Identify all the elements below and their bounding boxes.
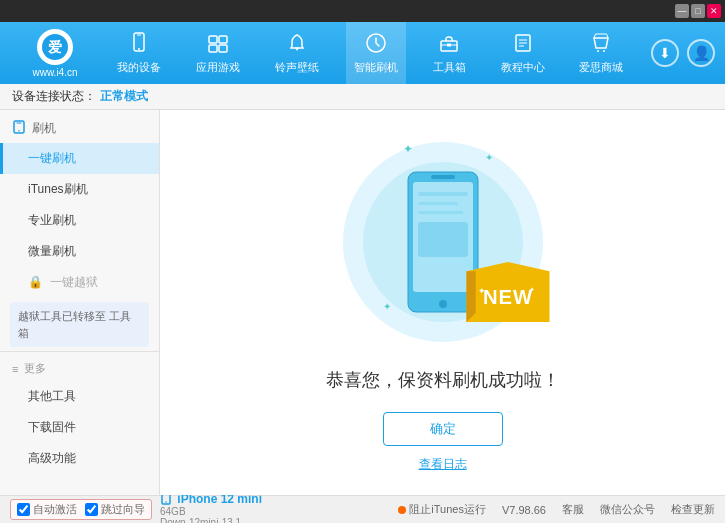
svg-rect-8 xyxy=(219,45,227,52)
sidebar-item-download-firmware[interactable]: 下载固件 xyxy=(0,412,159,443)
close-button[interactable]: ✕ xyxy=(707,4,721,18)
flash-section-icon xyxy=(12,120,26,137)
svg-point-27 xyxy=(439,300,447,308)
svg-rect-5 xyxy=(209,36,217,43)
smart-flash-icon xyxy=(365,32,387,56)
nav-toolbox[interactable]: 工具箱 xyxy=(425,22,474,84)
header-actions: ⬇ 👤 xyxy=(651,39,715,67)
auto-launch-checkbox[interactable]: 自动激活 xyxy=(17,502,77,517)
auto-launch-input[interactable] xyxy=(17,503,30,516)
skip-wizard-label: 跳过向导 xyxy=(101,502,145,517)
main-layout: 刷机 一键刷机 iTunes刷机 专业刷机 微量刷机 🔒 一键越狱 越狱工具已转… xyxy=(0,110,725,495)
svg-point-20 xyxy=(603,50,605,52)
bottom-bar: 自动激活 跳过向导 iPhone 12 mini 64GB Down-12min… xyxy=(0,495,725,523)
apps-games-icon xyxy=(207,32,229,56)
sidebar: 刷机 一键刷机 iTunes刷机 专业刷机 微量刷机 🔒 一键越狱 越狱工具已转… xyxy=(0,110,160,495)
sidebar-item-jailbreak-disabled: 🔒 一键越狱 xyxy=(0,267,159,298)
toolbox-icon xyxy=(438,32,460,56)
phone-illustration: ✦ ✦ ✦ NEW xyxy=(343,132,543,352)
svg-point-19 xyxy=(597,50,599,52)
check-update-link[interactable]: 检查更新 xyxy=(671,502,715,517)
view-log-link[interactable]: 查看日志 xyxy=(419,456,467,473)
sidebar-item-itunes-flash[interactable]: iTunes刷机 xyxy=(0,174,159,205)
nav-tutorials[interactable]: 教程中心 xyxy=(493,22,553,84)
svg-text:✦: ✦ xyxy=(529,285,535,294)
svg-rect-31 xyxy=(418,222,468,257)
sidebar-item-advanced[interactable]: 高级功能 xyxy=(0,443,159,474)
svg-text:爱: 爱 xyxy=(48,39,62,55)
sidebar-item-pro-flash[interactable]: 专业刷机 xyxy=(0,205,159,236)
download-button[interactable]: ⬇ xyxy=(651,39,679,67)
skip-wizard-checkbox[interactable]: 跳过向导 xyxy=(85,502,145,517)
nav-toolbox-label: 工具箱 xyxy=(433,60,466,75)
sidebar-item-other-tools[interactable]: 其他工具 xyxy=(0,381,159,412)
nav-my-device[interactable]: 我的设备 xyxy=(109,22,169,84)
account-button[interactable]: 👤 xyxy=(687,39,715,67)
more-section-header: ≡ 更多 xyxy=(0,356,159,381)
confirm-button[interactable]: 确定 xyxy=(383,412,503,446)
nav-mall[interactable]: 爱思商城 xyxy=(571,22,631,84)
itunes-status: 阻止iTunes运行 xyxy=(398,502,486,517)
my-device-icon xyxy=(128,32,150,56)
header: 爱 www.i4.cn 我的设备 应用游戏 铃声壁纸 xyxy=(0,22,725,84)
nav-apps-games[interactable]: 应用游戏 xyxy=(188,22,248,84)
nav-apps-games-label: 应用游戏 xyxy=(196,60,240,75)
nav-my-device-label: 我的设备 xyxy=(117,60,161,75)
lock-icon: 🔒 xyxy=(28,275,43,289)
svg-point-38 xyxy=(165,502,167,504)
ringtones-icon xyxy=(286,32,308,56)
svg-rect-6 xyxy=(219,36,227,43)
svg-rect-29 xyxy=(418,202,458,205)
support-link[interactable]: 客服 xyxy=(562,502,584,517)
status-bar: 设备连接状态： 正常模式 xyxy=(0,84,725,110)
auto-launch-label: 自动激活 xyxy=(33,502,77,517)
bottom-left: 自动激活 跳过向导 iPhone 12 mini 64GB Down-12min… xyxy=(10,492,398,524)
title-bar: — □ ✕ xyxy=(0,0,725,22)
content-area: ✦ ✦ ✦ NEW xyxy=(160,110,725,495)
sidebar-divider xyxy=(0,351,159,352)
device-model: Down-12mini-13.1 xyxy=(160,517,262,524)
new-badge: NEW ✦ ✦ xyxy=(463,262,553,322)
sidebar-item-one-click-flash[interactable]: 一键刷机 xyxy=(0,143,159,174)
logo-text: www.i4.cn xyxy=(32,67,77,78)
sparkle-1: ✦ xyxy=(403,142,413,156)
skip-wizard-input[interactable] xyxy=(85,503,98,516)
svg-rect-14 xyxy=(447,43,451,46)
sparkle-3: ✦ xyxy=(383,301,391,312)
itunes-status-dot xyxy=(398,506,406,514)
nav-smart-flash-label: 智能刷机 xyxy=(354,60,398,75)
status-value: 正常模式 xyxy=(100,88,148,105)
mall-icon xyxy=(590,32,612,56)
svg-point-23 xyxy=(18,130,20,132)
svg-text:✦: ✦ xyxy=(477,286,485,296)
nav-ringtones-label: 铃声壁纸 xyxy=(275,60,319,75)
sparkle-2: ✦ xyxy=(485,152,493,163)
svg-rect-28 xyxy=(418,192,468,196)
svg-point-4 xyxy=(138,48,140,50)
tutorials-icon xyxy=(512,32,534,56)
svg-rect-26 xyxy=(431,175,455,179)
device-info: iPhone 12 mini 64GB Down-12mini-13.1 xyxy=(160,492,262,524)
maximize-button[interactable]: □ xyxy=(691,4,705,18)
flash-section-label: 刷机 xyxy=(32,120,56,137)
logo-area: 爱 www.i4.cn xyxy=(10,29,100,78)
nav-smart-flash[interactable]: 智能刷机 xyxy=(346,22,406,84)
more-bars-icon: ≡ xyxy=(12,363,18,375)
nav-mall-label: 爱思商城 xyxy=(579,60,623,75)
nav-tutorials-label: 教程中心 xyxy=(501,60,545,75)
bottom-right: 阻止iTunes运行 V7.98.66 客服 微信公众号 检查更新 xyxy=(398,502,715,517)
svg-rect-7 xyxy=(209,45,217,52)
status-label: 设备连接状态： xyxy=(12,88,96,105)
logo-icon: 爱 xyxy=(37,29,73,65)
wechat-link[interactable]: 微信公众号 xyxy=(600,502,655,517)
nav-ringtones[interactable]: 铃声壁纸 xyxy=(267,22,327,84)
nav-items: 我的设备 应用游戏 铃声壁纸 智能刷机 工具箱 xyxy=(100,22,641,84)
sidebar-item-micro-flash[interactable]: 微量刷机 xyxy=(0,236,159,267)
device-storage: 64GB xyxy=(160,506,262,517)
version-text: V7.98.66 xyxy=(502,504,546,516)
minimize-button[interactable]: — xyxy=(675,4,689,18)
jailbreak-note: 越狱工具已转移至 工具箱 xyxy=(10,302,149,347)
success-text: 恭喜您，保资料刷机成功啦！ xyxy=(326,368,560,392)
svg-text:NEW: NEW xyxy=(482,286,532,308)
flash-section-header: 刷机 xyxy=(0,114,159,143)
